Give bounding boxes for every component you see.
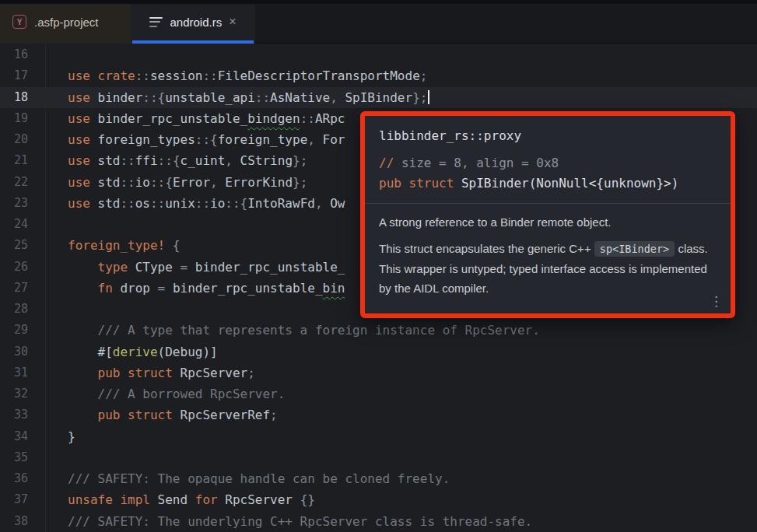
line-number: 22 [0,172,45,193]
popup-size-align-comment: // size = 8, align = 0x8 [379,153,717,173]
code-text: use std::ffi::{c_uint, CString}; [45,150,307,171]
file-tab-label: android.rs [170,16,222,29]
tab-bar: Y .asfp-project android.rs × [0,0,757,44]
line-number: 21 [0,150,45,171]
code-text: /// SAFETY: The opaque handle can be clo… [45,468,450,489]
popup-description-text: This struct encapsulates the generic C++… [379,239,717,298]
line-number: 33 [0,404,45,425]
close-tab-icon[interactable]: × [229,16,236,28]
code-text: use crate::session::FileDescriptorTransp… [45,65,427,86]
code-line[interactable]: 29 /// A type that represents a foreign … [0,320,757,341]
code-line[interactable]: 18use binder::{unstable_api::AsNative, S… [0,87,757,108]
line-number: 23 [0,193,45,214]
code-text: use binder_rpc_unstable_bindgen::ARpc [45,108,345,129]
line-number: 31 [0,362,45,383]
code-line[interactable]: 16 [0,44,757,65]
code-text: use std::os::unix::io::{IntoRawFd, Ow [45,193,345,214]
code-text: /// A type that represents a foreign ins… [45,320,540,341]
line-number: 19 [0,108,45,129]
window-top-strip [0,0,757,4]
popup-module-path: libbinder_rs::proxy [379,128,717,145]
code-text: unsafe impl Send for RpcServer {} [45,489,315,510]
line-number: 34 [0,426,45,447]
code-line[interactable]: 17use crate::session::FileDescriptorTran… [0,65,757,86]
line-number: 35 [0,447,45,468]
line-number: 18 [0,87,45,108]
line-number: 38 [0,511,45,532]
code-text: pub struct RpcServer; [45,362,255,383]
code-text: fn drop = binder_rpc_unstable_bin [45,278,345,299]
line-number: 27 [0,278,45,299]
code-text: type CType = binder_rpc_unstable_ [45,257,345,278]
code-line[interactable]: 36/// SAFETY: The opaque handle can be c… [0,468,757,489]
project-tab-label: .asfp-project [34,16,99,29]
code-text: use binder::{unstable_api::AsNative, SpI… [45,87,429,108]
line-number: 29 [0,320,45,341]
code-line[interactable]: 35 [0,447,757,468]
doc-hover-popup: libbinder_rs::proxy // size = 8, align =… [360,111,735,318]
document-lines-icon [149,17,163,27]
popup-struct-signature: pub struct SpIBinder(NonNull<{unknown}>) [379,173,717,194]
popup-summary-text: A strong reference to a Binder remote ob… [379,212,717,232]
code-text [45,44,68,65]
tab-android-rs[interactable]: android.rs × [131,0,255,44]
inline-code-chip: sp<IBinder> [594,241,675,257]
line-number: 20 [0,129,45,150]
code-text: /// A borrowed RpcServer. [45,383,285,404]
project-file-type-icon: Y [12,15,26,29]
code-line[interactable]: 37unsafe impl Send for RpcServer {} [0,489,757,510]
project-tab[interactable]: Y .asfp-project [0,0,131,44]
code-text [45,214,68,235]
line-number: 30 [0,341,45,362]
code-text: /// SAFETY: The underlying C++ RpcServer… [45,511,532,532]
line-number: 16 [0,44,45,65]
line-number: 36 [0,468,45,489]
code-text [45,447,68,468]
code-text: #[derive(Debug)] [45,341,218,362]
popup-more-menu-icon[interactable]: ⋮ [710,293,723,309]
code-line[interactable]: 31 pub struct RpcServer; [0,362,757,383]
line-number: 32 [0,383,45,404]
code-text: } [45,426,75,447]
line-number: 26 [0,257,45,278]
code-text: use foreign_types::{foreign_type, For [45,129,345,150]
code-text: pub struct RpcServerRef; [45,404,278,425]
code-line[interactable]: 33 pub struct RpcServerRef; [0,404,757,425]
text-cursor [428,90,429,104]
code-line[interactable]: 34} [0,426,757,447]
code-text [45,299,68,320]
popup-divider [365,203,731,204]
code-text: use std::io::{Error, ErrorKind}; [45,172,307,193]
code-line[interactable]: 32 /// A borrowed RpcServer. [0,383,757,404]
line-number: 24 [0,214,45,235]
line-number: 28 [0,299,45,320]
line-number: 17 [0,65,45,86]
line-number: 25 [0,235,45,256]
active-tab-indicator [132,40,254,44]
code-text: foreign_type! { [45,235,180,256]
line-number: 37 [0,489,45,510]
gutter-divider [45,44,46,532]
code-line[interactable]: 38/// SAFETY: The underlying C++ RpcServ… [0,511,757,532]
code-line[interactable]: 30 #[derive(Debug)] [0,341,757,362]
